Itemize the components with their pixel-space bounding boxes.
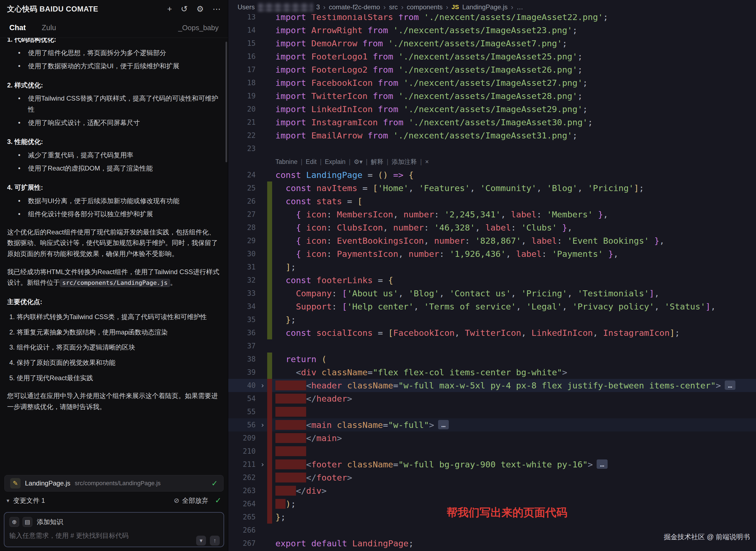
inline-action[interactable]: Edit (306, 155, 317, 168)
code-line[interactable]: 26 const stats = [ (228, 195, 756, 208)
history-icon[interactable]: ↺ (181, 5, 188, 13)
panel-header: 文心快码 BAIDU COMATE +↺⚙⋯ (0, 0, 228, 18)
code-line[interactable]: 37 (228, 340, 756, 353)
code-line[interactable]: 210 (228, 445, 756, 458)
code-text: { icon: EventBookingsIcon, number: '828,… (275, 234, 756, 247)
code-line[interactable]: 40› <header className="w-full max-w-5xl … (228, 379, 756, 392)
breadcrumb-item[interactable]: comate-f2c-demo (329, 3, 380, 11)
code-line[interactable]: 14import ArrowRight from './nexcent/asse… (228, 24, 756, 37)
accept-all-check-icon[interactable]: ✓ (215, 496, 221, 505)
fold-gutter (258, 116, 267, 129)
fold-chevron-icon[interactable]: › (258, 458, 267, 471)
code-line[interactable]: 36 const socialIcons = [FacebookIcon, Tw… (228, 326, 756, 340)
chat-bullet: 使用了响应式设计，适配不同屏幕尺寸 (28, 117, 221, 128)
tab-chat[interactable]: Chat (9, 24, 26, 32)
code-line[interactable]: 32 const footerLinks = { (228, 273, 756, 287)
folded-code-ellipsis[interactable]: … (438, 420, 449, 429)
plus-icon[interactable]: + (167, 5, 172, 13)
code-line[interactable]: 263 </div> (228, 484, 756, 497)
more-icon[interactable]: ⋯ (213, 5, 221, 13)
code-line[interactable]: 15import DemoArrow from './nexcent/asset… (228, 37, 756, 50)
chat-heading: 3. 性能优化: (7, 136, 221, 147)
code-line[interactable]: 20import LinkedInIcon from './nexcent/as… (228, 102, 756, 116)
chat-scrollbar[interactable] (226, 42, 227, 162)
code-line[interactable]: 31 ]; (228, 260, 756, 273)
chevron-down-icon[interactable]: ▾ (7, 497, 9, 504)
code-line[interactable]: 29 { icon: EventBookingsIcon, number: '8… (228, 234, 756, 247)
fold-gutter (258, 366, 267, 379)
code-line[interactable]: 24const LandingPage = () => { (228, 168, 756, 181)
chat-input-placeholder[interactable]: 输入任意需求，使用 # 更快找到目标代码 (9, 531, 219, 540)
line-number: 30 (228, 247, 258, 260)
code-line[interactable]: 16import FooterLogo1 from './nexcent/ass… (228, 50, 756, 63)
code-line[interactable]: 38 return ( (228, 353, 756, 366)
breadcrumb-item[interactable]: LandingPage.js (462, 3, 507, 11)
inline-action-separator: | (320, 155, 321, 168)
fold-gutter (258, 471, 267, 484)
inline-action[interactable]: Explain (325, 155, 345, 168)
send-icon[interactable]: ↑ (210, 536, 220, 546)
close-icon[interactable]: × (425, 155, 429, 168)
changed-files-label: 变更文件 1 (13, 496, 45, 505)
code-line[interactable]: 17import FooterLogo2 from './nexcent/ass… (228, 63, 756, 76)
code-line[interactable]: 18import FacebookIcon from './nexcent/as… (228, 76, 756, 89)
changed-file-card[interactable]: ✎ LandingPage.js src/components/LandingP… (4, 475, 224, 492)
line-number: 264 (228, 497, 258, 510)
tab-zulu[interactable]: Zulu (42, 24, 56, 32)
code-line[interactable]: 21import InstagramIcon from './nexcent/a… (228, 116, 756, 129)
edit-pencil-icon: ✎ (10, 478, 21, 489)
code-line[interactable]: 19import TwitterIcon from './nexcent/ass… (228, 89, 756, 102)
inline-action[interactable]: Tabnine (275, 155, 298, 168)
discard-all-button[interactable]: ⊘ 全部放弃 (174, 496, 208, 505)
knowledge-icon[interactable]: ▤ (22, 517, 32, 527)
gear-icon[interactable]: ⚙ (196, 5, 204, 13)
inline-action[interactable]: 解释 (371, 155, 384, 168)
diff-gutter-indicator (267, 181, 272, 195)
add-knowledge-label[interactable]: 添加知识 (37, 518, 63, 526)
code-line[interactable]: 55 (228, 405, 756, 418)
code-line[interactable]: 30 { icon: PaymentsIcon, number: '1,926,… (228, 247, 756, 260)
code-line[interactable]: 22import EmailArrow from './nexcent/asse… (228, 129, 756, 142)
code-line[interactable]: 25 const navItems = ['Home', 'Features',… (228, 181, 756, 195)
code-line[interactable]: 39 <div className="flex flex-col items-c… (228, 366, 756, 379)
inline-action[interactable]: 添加注释 (392, 155, 417, 168)
breadcrumb-item[interactable]: 3 (316, 3, 320, 11)
file-accepted-check-icon[interactable]: ✓ (212, 479, 218, 488)
line-number: 55 (228, 405, 258, 418)
fold-chevron-icon[interactable]: › (258, 379, 267, 392)
code-line[interactable]: 35 }; (228, 313, 756, 326)
code-line[interactable]: 54 </header> (228, 392, 756, 405)
code-line[interactable]: 34 Support: ['Help center', 'Terms of se… (228, 300, 756, 313)
code-line[interactable]: 262 </footer> (228, 471, 756, 484)
folded-code-ellipsis[interactable]: … (725, 381, 736, 390)
diff-gutter-indicator (267, 326, 272, 340)
fold-chevron-icon[interactable]: › (258, 418, 267, 432)
editor-pane: Users3›comate-f2c-demo›src›components›JS… (228, 0, 756, 551)
folded-code-ellipsis[interactable]: … (597, 459, 607, 469)
diff-gutter-indicator (267, 300, 272, 313)
breadcrumb-item[interactable]: src (389, 3, 398, 11)
add-circle-icon[interactable]: ⊕ (9, 517, 19, 527)
inline-action-separator: | (301, 155, 302, 168)
code-text: const LandingPage = () => { (275, 168, 756, 181)
code-line[interactable]: 28 { icon: ClubsIcon, number: '46,328', … (228, 221, 756, 234)
inline-code: src/components/LandingPage.js (60, 279, 170, 287)
fold-gutter (258, 89, 267, 102)
breadcrumb-item[interactable]: Users (238, 3, 255, 11)
breadcrumb-item[interactable]: components (407, 3, 443, 11)
code-line[interactable]: 23 (228, 142, 756, 155)
gear-icon[interactable]: ⚙▾ (354, 155, 362, 168)
fold-gutter (258, 24, 267, 37)
code-line[interactable]: 56› <main className="w-full">… (228, 418, 756, 432)
diff-gutter-indicator (267, 353, 272, 366)
chat-bullet-list: 使用Tailwind CSS替换了内联样式，提高了代码的可读性和可维护性使用了响… (7, 93, 221, 128)
code-line[interactable]: 27 { icon: MembersIcon, number: '2,245,3… (228, 208, 756, 221)
code-line[interactable]: 211› <footer className="w-full bg-gray-9… (228, 458, 756, 471)
code-text: </header> (275, 392, 756, 405)
chat-input-box[interactable]: ⊕▤ 添加知识 输入任意需求，使用 # 更快找到目标代码 ▾↑ (4, 512, 224, 547)
line-number: 39 (228, 366, 258, 379)
chevron-down-icon[interactable]: ▾ (196, 536, 206, 546)
breadcrumb-item[interactable]: … (517, 3, 523, 11)
code-line[interactable]: 33 Company: ['About us', 'Blog', 'Contac… (228, 287, 756, 300)
code-line[interactable]: 209 </main> (228, 432, 756, 445)
